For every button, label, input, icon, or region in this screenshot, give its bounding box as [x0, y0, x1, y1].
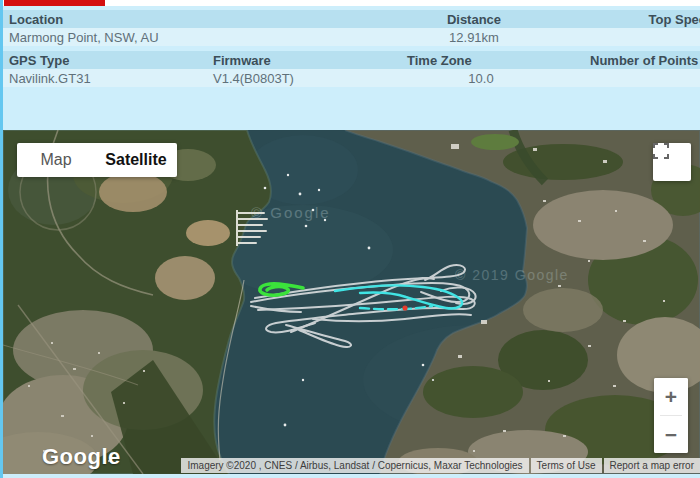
value-firmware: V1.4(B0803T)	[205, 71, 399, 86]
header-time-zone: Time Zone	[399, 53, 571, 68]
gps-position-marker	[402, 305, 407, 310]
zoom-control: + −	[654, 378, 688, 453]
header-location: Location	[3, 12, 399, 27]
value-location: Marmong Point, NSW, AU	[3, 30, 399, 45]
satellite-view-button[interactable]: Satellite	[95, 143, 177, 177]
map-attribution: Imagery ©2020 , CNES / Airbus, Landsat /…	[181, 458, 700, 473]
map-imagery: © Google © 2019 Google	[3, 130, 700, 474]
zoom-in-button[interactable]: +	[654, 378, 688, 415]
gps-table-row: Navilink.GT31 V1.4(B0803T) 10.0	[3, 69, 700, 87]
header-top-speed: Top Speed	[549, 12, 700, 27]
watermark-google: © Google	[251, 204, 331, 221]
value-time-zone: 10.0	[399, 71, 563, 86]
watermark-2019: © 2019 Google	[455, 267, 569, 283]
fullscreen-icon	[653, 143, 669, 159]
value-distance: 12.91km	[399, 30, 549, 45]
session-table-row: Marmong Point, NSW, AU 12.91km	[3, 28, 700, 46]
page: Location Distance Top Speed Marmong Poin…	[0, 0, 700, 478]
fullscreen-button[interactable]	[653, 143, 691, 181]
report-map-error-link[interactable]: Report a map error	[604, 458, 700, 473]
zoom-out-button[interactable]: −	[654, 416, 688, 453]
imagery-attribution: Imagery ©2020 , CNES / Airbus, Landsat /…	[181, 458, 528, 473]
session-table-header: Location Distance Top Speed	[3, 10, 700, 28]
gps-table-header: GPS Type Firmware Time Zone Number of Po…	[3, 51, 700, 69]
header-gps-type: GPS Type	[3, 53, 205, 68]
map-view-button[interactable]: Map	[17, 143, 95, 177]
header-distance: Distance	[399, 12, 549, 27]
satellite-map-canvas[interactable]: © Google © 2019 Google Map	[3, 130, 700, 474]
value-gps-type: Navilink.GT31	[3, 71, 205, 86]
google-logo[interactable]: Google	[42, 444, 121, 470]
terms-of-use-link[interactable]: Terms of Use	[531, 458, 602, 473]
bottom-strip	[3, 474, 700, 478]
header-number-of-points: Number of Points	[571, 53, 700, 68]
map-type-control: Map Satellite	[17, 143, 177, 177]
header-firmware: Firmware	[205, 53, 399, 68]
